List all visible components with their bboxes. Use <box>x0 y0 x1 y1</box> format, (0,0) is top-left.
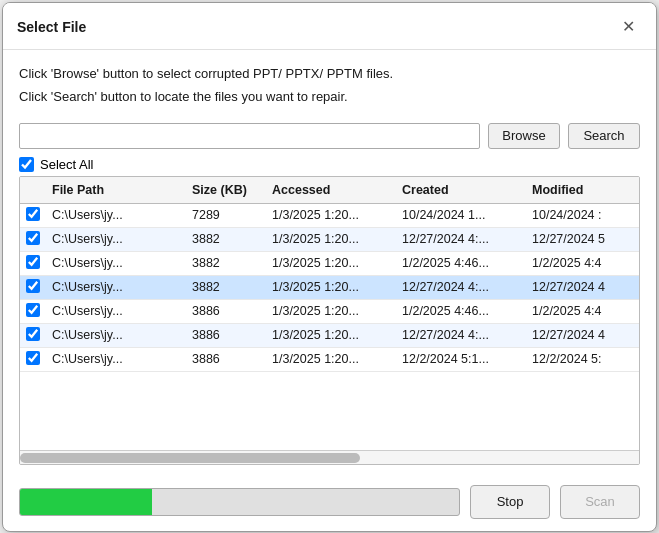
horizontal-scrollbar[interactable] <box>20 450 639 464</box>
table-row[interactable]: C:\Users\jy...38861/3/2025 1:20...1/2/20… <box>20 300 639 324</box>
row-accessed: 1/3/2025 1:20... <box>266 325 396 345</box>
main-content: Click 'Browse' button to select corrupte… <box>3 50 656 475</box>
row-size: 3882 <box>186 253 266 273</box>
browse-button[interactable]: Browse <box>488 123 560 149</box>
stop-button[interactable]: Stop <box>470 485 550 519</box>
row-checkbox-cell <box>20 348 46 371</box>
row-accessed: 1/3/2025 1:20... <box>266 253 396 273</box>
row-size: 3886 <box>186 301 266 321</box>
progress-bar-fill <box>20 489 152 515</box>
row-modified: 1/2/2025 4:4 <box>526 253 639 273</box>
row-checkbox-cell <box>20 276 46 299</box>
bottom-area: Stop Scan <box>3 475 656 531</box>
row-created: 1/2/2025 4:46... <box>396 253 526 273</box>
instruction-line2: Click 'Search' button to locate the file… <box>19 87 640 107</box>
row-modified: 1/2/2025 4:4 <box>526 301 639 321</box>
row-checkbox-cell <box>20 228 46 251</box>
row-modified: 12/27/2024 4 <box>526 277 639 297</box>
row-checkbox[interactable] <box>26 255 40 269</box>
search-row: Browse Search <box>19 123 640 149</box>
select-all-checkbox[interactable] <box>19 157 34 172</box>
search-button[interactable]: Search <box>568 123 640 149</box>
row-filepath: C:\Users\jy... <box>46 325 186 345</box>
col-check <box>20 180 46 200</box>
row-size: 3882 <box>186 229 266 249</box>
row-accessed: 1/3/2025 1:20... <box>266 229 396 249</box>
row-checkbox[interactable] <box>26 231 40 245</box>
scrollbar-thumb <box>20 453 360 463</box>
table-body: C:\Users\jy...72891/3/2025 1:20...10/24/… <box>20 204 639 450</box>
row-checkbox-cell <box>20 252 46 275</box>
row-filepath: C:\Users\jy... <box>46 253 186 273</box>
row-filepath: C:\Users\jy... <box>46 349 186 369</box>
select-file-window: Select File ✕ Click 'Browse' button to s… <box>2 2 657 532</box>
row-modified: 10/24/2024 : <box>526 205 639 225</box>
col-filepath: File Path <box>46 180 186 200</box>
row-checkbox[interactable] <box>26 279 40 293</box>
title-bar: Select File ✕ <box>3 3 656 50</box>
row-created: 12/27/2024 4:... <box>396 325 526 345</box>
row-checkbox-cell <box>20 324 46 347</box>
row-created: 12/27/2024 4:... <box>396 277 526 297</box>
row-created: 10/24/2024 1... <box>396 205 526 225</box>
row-checkbox[interactable] <box>26 207 40 221</box>
row-size: 3886 <box>186 349 266 369</box>
row-filepath: C:\Users\jy... <box>46 301 186 321</box>
progress-bar-container <box>19 488 460 516</box>
row-size: 3886 <box>186 325 266 345</box>
row-filepath: C:\Users\jy... <box>46 229 186 249</box>
table-row[interactable]: C:\Users\jy...38821/3/2025 1:20...12/27/… <box>20 228 639 252</box>
row-checkbox[interactable] <box>26 327 40 341</box>
row-checkbox[interactable] <box>26 351 40 365</box>
row-accessed: 1/3/2025 1:20... <box>266 349 396 369</box>
close-button[interactable]: ✕ <box>614 13 642 41</box>
row-filepath: C:\Users\jy... <box>46 277 186 297</box>
row-modified: 12/2/2024 5: <box>526 349 639 369</box>
file-table: File Path Size (KB) Accessed Created Mod… <box>19 176 640 465</box>
table-row[interactable]: C:\Users\jy...38861/3/2025 1:20...12/27/… <box>20 324 639 348</box>
table-row[interactable]: C:\Users\jy...38821/3/2025 1:20...12/27/… <box>20 276 639 300</box>
table-row[interactable]: C:\Users\jy...72891/3/2025 1:20...10/24/… <box>20 204 639 228</box>
search-input[interactable] <box>19 123 480 149</box>
window-title: Select File <box>17 19 86 35</box>
row-checkbox[interactable] <box>26 303 40 317</box>
row-created: 12/27/2024 4:... <box>396 229 526 249</box>
select-all-label: Select All <box>40 157 93 172</box>
row-created: 1/2/2025 4:46... <box>396 301 526 321</box>
row-checkbox-cell <box>20 300 46 323</box>
row-size: 3882 <box>186 277 266 297</box>
row-accessed: 1/3/2025 1:20... <box>266 205 396 225</box>
col-created: Created <box>396 180 526 200</box>
col-size: Size (KB) <box>186 180 266 200</box>
table-row[interactable]: C:\Users\jy...38821/3/2025 1:20...1/2/20… <box>20 252 639 276</box>
row-accessed: 1/3/2025 1:20... <box>266 277 396 297</box>
row-modified: 12/27/2024 4 <box>526 325 639 345</box>
col-modified: Modified <box>526 180 640 200</box>
row-created: 12/2/2024 5:1... <box>396 349 526 369</box>
row-checkbox-cell <box>20 204 46 227</box>
col-accessed: Accessed <box>266 180 396 200</box>
row-accessed: 1/3/2025 1:20... <box>266 301 396 321</box>
row-size: 7289 <box>186 205 266 225</box>
scan-button[interactable]: Scan <box>560 485 640 519</box>
table-row[interactable]: C:\Users\jy...38861/3/2025 1:20...12/2/2… <box>20 348 639 372</box>
row-modified: 12/27/2024 5 <box>526 229 639 249</box>
row-filepath: C:\Users\jy... <box>46 205 186 225</box>
table-header: File Path Size (KB) Accessed Created Mod… <box>20 177 639 204</box>
instruction-line1: Click 'Browse' button to select corrupte… <box>19 64 640 84</box>
select-all-row: Select All <box>19 157 640 172</box>
